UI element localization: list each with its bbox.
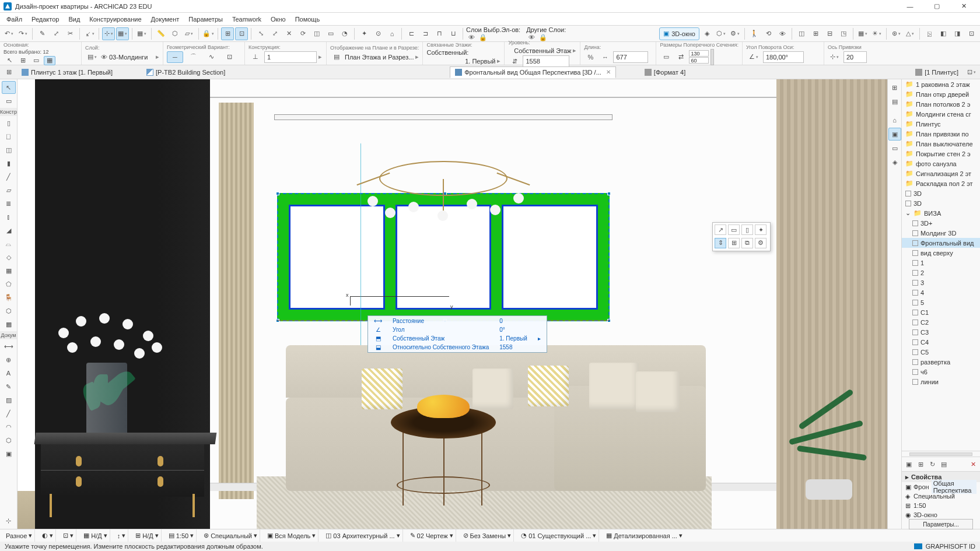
view-checkbox[interactable] bbox=[905, 201, 911, 206]
orbit-button[interactable]: ⟲ bbox=[762, 27, 775, 40]
geom-d[interactable]: ⊡ bbox=[221, 51, 237, 63]
nav-ico-c[interactable]: ↻ bbox=[927, 459, 937, 469]
view-checkbox[interactable] bbox=[912, 310, 918, 315]
proj-persp[interactable]: ◈ bbox=[701, 27, 713, 40]
floor-input[interactable] bbox=[264, 51, 317, 63]
cut-c[interactable]: ⊟ bbox=[823, 27, 836, 40]
viewport-3d[interactable]: x y ◇ bbox=[18, 79, 887, 529]
view-checkbox[interactable] bbox=[912, 369, 918, 375]
display-ico[interactable]: ▤ bbox=[330, 52, 343, 62]
stair-tool[interactable]: ≣ bbox=[2, 197, 16, 210]
shell-tool[interactable]: ⌓ bbox=[2, 237, 16, 250]
pet-opt[interactable]: ⚙ bbox=[755, 238, 766, 248]
label-tool[interactable]: ✎ bbox=[2, 380, 16, 393]
align-b[interactable]: ⊐ bbox=[419, 27, 432, 40]
view-tree[interactable]: 📁1 раковина 2 этаж📁План откр дверей📁План… bbox=[902, 79, 980, 451]
sel-c[interactable]: ▭ bbox=[30, 56, 42, 65]
home-button[interactable]: ⌂ bbox=[386, 27, 398, 40]
stat-j[interactable]: 01 Существующий ... bbox=[528, 532, 591, 539]
nav-proj[interactable]: ⌂ bbox=[888, 114, 901, 127]
menu-окно[interactable]: Окно bbox=[267, 15, 290, 24]
nav-item-4[interactable]: 📁Плинтус bbox=[902, 119, 980, 129]
tool-d[interactable]: ⟳ bbox=[296, 27, 309, 40]
sel-b[interactable]: ⊞ bbox=[17, 56, 29, 65]
line-tool[interactable]: ╱ bbox=[2, 407, 16, 420]
nav-item-13[interactable]: ⌄📁ВИЗА bbox=[902, 208, 980, 218]
poly-tool[interactable]: ⬡ bbox=[2, 434, 16, 447]
pet-multi[interactable]: ⊞ bbox=[728, 238, 740, 248]
nav-item-28[interactable]: развертка bbox=[902, 357, 980, 367]
group-toggle[interactable]: ⊡ bbox=[235, 27, 248, 40]
zone-tool[interactable]: ⬡ bbox=[2, 304, 16, 317]
beam-tool[interactable]: ╱ bbox=[2, 170, 16, 183]
stat-d[interactable]: 1:50 bbox=[176, 532, 188, 539]
snap-guide[interactable]: ⊹ bbox=[102, 27, 115, 40]
tool-e[interactable]: ◫ bbox=[310, 27, 323, 40]
trim-button[interactable]: ✂ bbox=[64, 27, 76, 40]
menu-параметры[interactable]: Параметры bbox=[184, 15, 227, 24]
nav-a[interactable]: ⊞ bbox=[888, 81, 901, 94]
stat-c[interactable]: Н/Д bbox=[142, 532, 153, 539]
wall-tool[interactable]: ▯ bbox=[2, 117, 16, 129]
cut-b[interactable]: ⊞ bbox=[809, 27, 822, 40]
tool-b[interactable]: ⤢ bbox=[268, 27, 281, 40]
column-tool[interactable]: ▮ bbox=[2, 157, 16, 170]
sec-swap[interactable]: ⇄ bbox=[674, 52, 687, 62]
cursor-mode[interactable]: ⭹ bbox=[83, 27, 96, 40]
arrow-tool[interactable]: ↖ bbox=[2, 81, 16, 94]
nav-item-17[interactable]: вид сверху bbox=[902, 248, 980, 258]
geom-b[interactable]: ⌒ bbox=[185, 51, 201, 63]
suspend-button[interactable]: ⊞ bbox=[221, 27, 234, 40]
nav-item-12[interactable]: 3D bbox=[902, 198, 980, 208]
nav-item-6[interactable]: 📁План выключателе bbox=[902, 139, 980, 149]
walk-button[interactable]: 🚶 bbox=[748, 27, 761, 40]
level-ico[interactable]: ⇵ bbox=[508, 57, 521, 66]
level-tool[interactable]: ⊕ bbox=[2, 353, 16, 366]
view-checkbox[interactable] bbox=[912, 250, 918, 256]
linked-value[interactable]: 1. Первый bbox=[426, 58, 495, 65]
constr-ico[interactable]: ⊥ bbox=[249, 51, 262, 63]
nav-item-1[interactable]: 📁План откр дверей bbox=[902, 89, 980, 99]
inject-button[interactable]: ⤢ bbox=[50, 27, 62, 40]
nav-item-20[interactable]: 3 bbox=[902, 278, 980, 287]
sec-a-input[interactable] bbox=[689, 50, 709, 57]
menu-помощь[interactable]: Помощь bbox=[291, 15, 324, 24]
ruler-button[interactable]: 📏 bbox=[155, 27, 167, 40]
geom-c[interactable]: ∿ bbox=[203, 51, 219, 63]
tool-a[interactable]: ⤡ bbox=[254, 27, 267, 40]
nav-item-15[interactable]: Молдинг 3D bbox=[902, 228, 980, 238]
align-c[interactable]: ⊓ bbox=[433, 27, 446, 40]
layer-value[interactable]: 03-Молдинги bbox=[109, 54, 154, 61]
stat-h[interactable]: 02 Чертеж bbox=[417, 532, 448, 539]
display-value[interactable]: План Этажа и Разрез... bbox=[345, 54, 414, 61]
stat-f[interactable]: Вся Модель bbox=[275, 532, 310, 539]
tab-1[interactable]: [P-TB2 Building Section] bbox=[141, 66, 230, 78]
render-d[interactable]: △ bbox=[904, 27, 916, 40]
nav-ico-a[interactable]: ▣ bbox=[904, 459, 914, 469]
pet-rotate[interactable]: ▯ bbox=[741, 224, 753, 235]
nav-item-24[interactable]: С2 bbox=[902, 317, 980, 327]
render-c[interactable]: ⊛ bbox=[890, 27, 902, 40]
minimize-button[interactable]: ― bbox=[897, 1, 923, 12]
xtra-d[interactable]: ⊡ bbox=[965, 27, 978, 40]
look-button[interactable]: 👁 bbox=[776, 27, 789, 40]
marquee-tool[interactable]: ▭ bbox=[2, 94, 16, 107]
roof-tool[interactable]: ◢ bbox=[2, 224, 16, 237]
nav-item-18[interactable]: 1 bbox=[902, 258, 980, 268]
view-checkbox[interactable] bbox=[912, 339, 918, 345]
gravity-button[interactable]: ⬡ bbox=[169, 27, 181, 40]
menu-вид[interactable]: Вид bbox=[64, 15, 84, 24]
view-checkbox[interactable] bbox=[912, 230, 918, 236]
nav-item-0[interactable]: 📁1 раковина 2 этаж bbox=[902, 79, 980, 89]
xtra-a[interactable]: ⍄ bbox=[923, 27, 936, 40]
menu-файл[interactable]: Файл bbox=[2, 15, 26, 24]
fill-tool[interactable]: ▨ bbox=[2, 394, 16, 406]
props-r1b[interactable]: Общая Перспектива bbox=[932, 480, 977, 494]
view-checkbox[interactable] bbox=[912, 329, 918, 335]
props-r2[interactable]: Специальный bbox=[914, 493, 955, 500]
tab-4[interactable]: [1 Плинтус] bbox=[910, 66, 964, 78]
pet-move[interactable]: ↗ bbox=[715, 224, 726, 235]
nav-item-7[interactable]: 📁Покрытие стен 2 э bbox=[902, 149, 980, 159]
close-button[interactable]: ✕ bbox=[951, 1, 977, 12]
view-checkbox[interactable] bbox=[912, 280, 918, 286]
